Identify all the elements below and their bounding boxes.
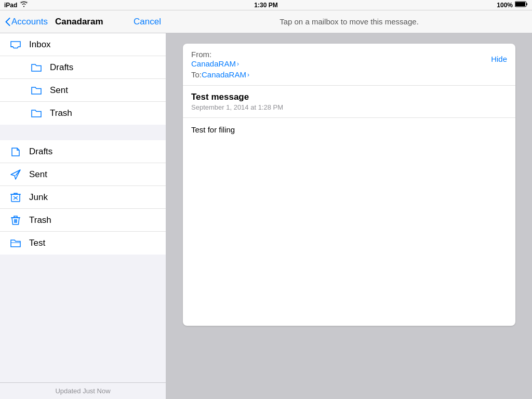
battery-icon	[515, 1, 528, 9]
folder-icon-drafts	[29, 62, 44, 73]
message-date: September 1, 2014 at 1:28 PM	[191, 103, 507, 111]
sidebar-empty-space	[0, 255, 166, 382]
from-row: From: CanadaRAM › Hide	[191, 50, 507, 68]
sidebar-item-trash-special[interactable]: Trash	[0, 209, 166, 232]
accounts-back-button[interactable]: Accounts	[5, 17, 48, 27]
sidebar-item-inbox[interactable]: Inbox	[0, 33, 166, 56]
message-body: Test for filing	[183, 118, 515, 326]
trash-special-label: Trash	[29, 215, 51, 225]
sidebar: Inbox Drafts Sent	[0, 33, 166, 399]
from-value[interactable]: CanadaRAM ›	[191, 59, 239, 68]
to-value[interactable]: CanadaRAM ›	[202, 70, 249, 79]
sidebar-item-test[interactable]: Test	[0, 232, 166, 255]
nav-left: Accounts Canadaram Cancel	[0, 17, 166, 27]
from-chevron: ›	[237, 60, 239, 68]
message-body-text: Test for filing	[191, 125, 235, 134]
sidebar-spacer-1	[0, 125, 166, 140]
folder-icon-sent	[29, 85, 44, 96]
sidebar-item-drafts-folder[interactable]: Drafts	[0, 56, 166, 79]
folder-icon-trash	[29, 108, 44, 119]
sidebar-item-drafts-special[interactable]: Drafts	[0, 140, 166, 163]
accounts-label: Accounts	[11, 17, 48, 27]
mailbox-title: Canadaram	[55, 17, 103, 27]
svg-rect-1	[526, 3, 527, 5]
inbox-icon	[8, 39, 23, 50]
status-bar: iPad 1:30 PM 100%	[0, 0, 532, 10]
sidebar-group-special: Drafts Sent	[0, 140, 166, 255]
status-left: iPad	[4, 1, 28, 9]
main-content: Inbox Drafts Sent	[0, 33, 532, 399]
sidebar-item-sent-special[interactable]: Sent	[0, 163, 166, 186]
svg-rect-2	[515, 2, 525, 6]
detail-pane: From: CanadaRAM › Hide To: CanadaRAM ›	[166, 33, 532, 399]
device-label: iPad	[4, 2, 17, 9]
wifi-icon	[20, 1, 28, 9]
sent-special-label: Sent	[29, 169, 47, 180]
battery-percentage: 100%	[497, 2, 513, 9]
from-field: From: CanadaRAM ›	[191, 50, 239, 68]
inbox-label: Inbox	[29, 39, 51, 50]
sent-folder-label: Sent	[50, 85, 68, 96]
message-subject-section: Test message September 1, 2014 at 1:28 P…	[183, 86, 515, 118]
draft-icon	[8, 146, 23, 157]
cancel-button[interactable]: Cancel	[134, 17, 161, 27]
message-subject: Test message	[191, 92, 507, 102]
trash-icon	[8, 215, 23, 226]
message-card: From: CanadaRAM › Hide To: CanadaRAM ›	[183, 44, 515, 326]
junk-icon	[8, 192, 23, 203]
sidebar-item-trash-folder[interactable]: Trash	[0, 102, 166, 125]
test-folder-label: Test	[29, 238, 45, 248]
trash-folder-label: Trash	[50, 108, 72, 118]
nav-bar: Accounts Canadaram Cancel Tap on a mailb…	[0, 10, 532, 33]
drafts-special-label: Drafts	[29, 147, 52, 157]
sidebar-item-junk[interactable]: Junk	[0, 186, 166, 209]
sidebar-group-account: Inbox Drafts Sent	[0, 33, 166, 125]
to-label: To:	[191, 70, 202, 79]
junk-label: Junk	[29, 192, 48, 203]
sent-icon	[8, 169, 23, 180]
to-chevron: ›	[247, 71, 249, 78]
from-label: From:	[191, 50, 211, 59]
status-time: 1:30 PM	[254, 2, 277, 9]
to-row: To: CanadaRAM ›	[191, 70, 507, 79]
status-right: 100%	[497, 1, 528, 9]
drafts-folder-label: Drafts	[50, 62, 73, 73]
sidebar-footer: Updated Just Now	[0, 382, 166, 399]
message-header: From: CanadaRAM › Hide To: CanadaRAM ›	[183, 44, 515, 86]
hide-button[interactable]: Hide	[491, 55, 507, 63]
nav-hint: Tap on a mailbox to move this message.	[166, 17, 532, 26]
sidebar-item-sent-folder[interactable]: Sent	[0, 79, 166, 102]
update-status: Updated Just Now	[55, 387, 110, 395]
folder-open-icon	[8, 237, 23, 249]
